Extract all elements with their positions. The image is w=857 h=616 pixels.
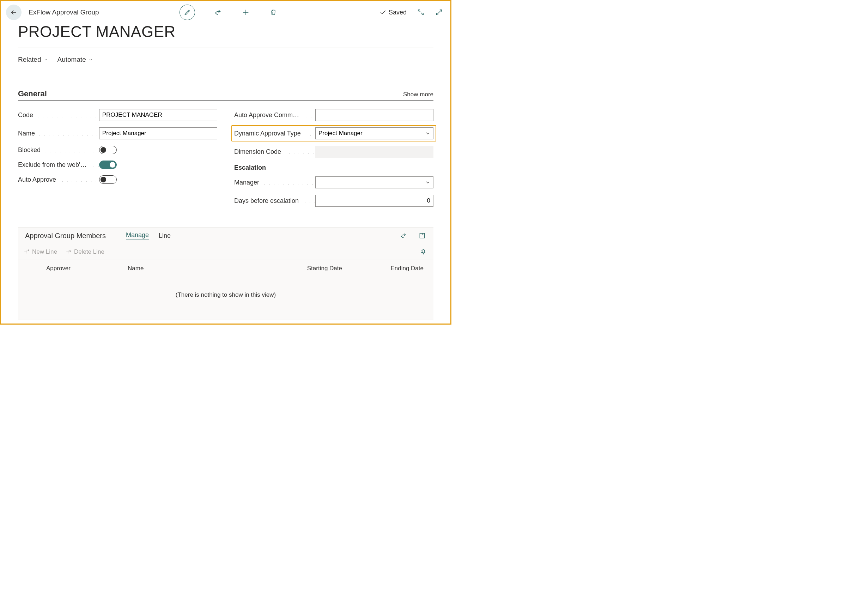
new-line-button: New Line — [24, 248, 57, 255]
members-block: Approval Group Members Manage Line New L… — [18, 227, 433, 320]
dimension-code-field — [315, 146, 433, 158]
arrow-left-icon — [10, 8, 18, 16]
divider — [116, 231, 116, 240]
edit-button[interactable] — [179, 5, 195, 20]
page-title: PROJECT MANAGER — [18, 23, 433, 40]
menu-automate[interactable]: Automate — [57, 56, 93, 63]
delete-button[interactable] — [269, 8, 278, 17]
back-button[interactable] — [6, 5, 22, 20]
pin-button[interactable] — [419, 248, 428, 256]
grid-empty-message: (There is nothing to show in this view) — [18, 277, 433, 320]
auto-approve-toggle[interactable] — [99, 175, 117, 184]
members-grid-header: Approver Name Starting Date Ending Date — [18, 260, 433, 277]
blocked-label: Blocked — [18, 146, 43, 153]
col-ending-date[interactable]: Ending Date — [345, 265, 426, 272]
trash-icon — [270, 8, 277, 16]
manager-label: Manager — [234, 179, 261, 186]
pin-icon — [420, 248, 427, 255]
auto-approve-comm-input[interactable] — [315, 109, 433, 121]
section-general-title: General — [18, 89, 47, 98]
dynamic-type-label: Dynamic Approval Type — [234, 130, 303, 137]
maximize-icon — [419, 232, 426, 239]
dimension-code-label: Dimension Code — [234, 148, 283, 155]
divider — [18, 48, 433, 48]
blocked-toggle[interactable] — [99, 146, 117, 154]
exclude-toggle[interactable] — [99, 161, 117, 169]
share-button[interactable] — [214, 8, 223, 17]
escalation-heading: Escalation — [234, 164, 433, 172]
menu-related[interactable]: Related — [18, 56, 48, 63]
chevron-down-icon — [43, 57, 48, 62]
section-general-header: General Show more — [18, 89, 433, 101]
pencil-icon — [184, 9, 191, 16]
plus-icon — [242, 8, 250, 16]
dynamic-type-select[interactable] — [315, 127, 433, 139]
days-label: Days before escalation — [234, 197, 301, 204]
delete-line-icon — [66, 249, 72, 255]
show-more-link[interactable]: Show more — [403, 91, 433, 98]
col-approver[interactable]: Approver — [46, 265, 128, 272]
days-input[interactable] — [315, 195, 433, 207]
col-starting-date[interactable]: Starting Date — [263, 265, 345, 272]
saved-label: Saved — [389, 9, 407, 16]
name-input[interactable] — [99, 127, 217, 139]
tab-manage[interactable]: Manage — [126, 231, 149, 240]
new-line-icon — [24, 249, 30, 255]
popout-icon — [417, 8, 425, 16]
members-share-button[interactable] — [399, 231, 408, 240]
saved-status: Saved — [379, 9, 407, 16]
menu-related-label: Related — [18, 56, 41, 63]
expand-button[interactable] — [435, 8, 443, 17]
expand-icon — [435, 8, 443, 16]
highlighted-field: Dynamic Approval Type — [231, 125, 436, 141]
delete-line-label: Delete Line — [74, 248, 104, 255]
col-name[interactable]: Name — [128, 265, 263, 272]
auto-approve-comm-label: Auto Approve Comm… — [234, 111, 301, 119]
exclude-label: Exclude from the web'… — [18, 161, 89, 168]
auto-approve-label: Auto Approve — [18, 176, 58, 183]
divider — [18, 72, 433, 72]
members-expand-button[interactable] — [418, 231, 426, 240]
chevron-down-icon — [88, 57, 93, 62]
popout-button[interactable] — [416, 8, 425, 17]
share-icon — [400, 232, 407, 239]
manager-select[interactable] — [315, 176, 433, 189]
share-icon — [214, 8, 222, 16]
check-icon — [379, 9, 387, 16]
code-label: Code — [18, 111, 35, 119]
new-button[interactable] — [241, 8, 250, 17]
delete-line-button: Delete Line — [66, 248, 104, 255]
tab-line[interactable]: Line — [159, 232, 171, 240]
members-title: Approval Group Members — [25, 232, 106, 240]
code-input[interactable] — [99, 109, 217, 121]
new-line-label: New Line — [32, 248, 57, 255]
name-label: Name — [18, 130, 37, 137]
menu-automate-label: Automate — [57, 56, 86, 63]
